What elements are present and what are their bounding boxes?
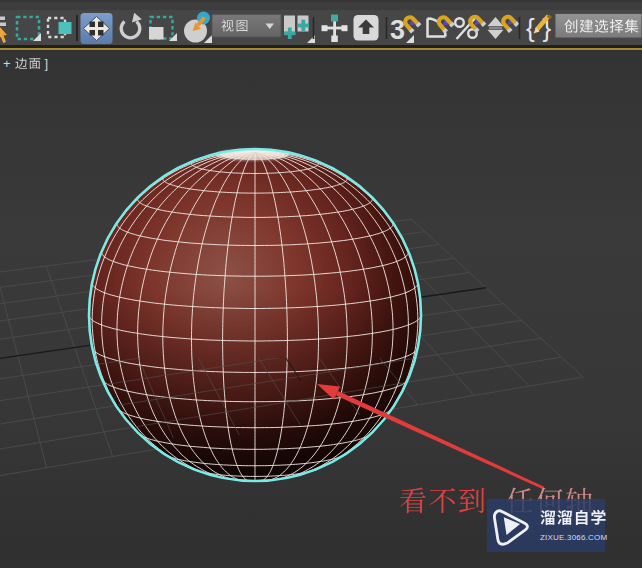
svg-text:+: + bbox=[3, 56, 11, 71]
svg-text:3: 3 bbox=[390, 15, 405, 45]
svg-text:{: { bbox=[526, 13, 535, 43]
svg-text:]: ] bbox=[45, 56, 49, 71]
svg-text:ZIXUE.3066.COM: ZIXUE.3066.COM bbox=[540, 533, 607, 542]
